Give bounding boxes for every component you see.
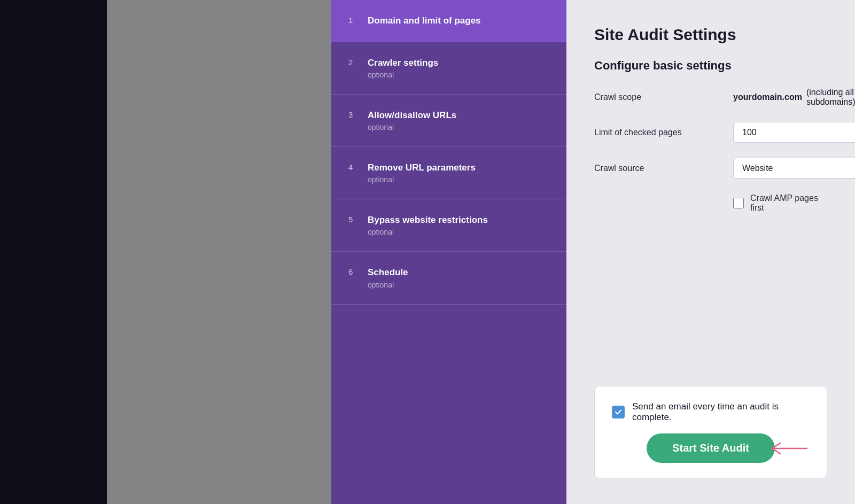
amp-checkbox-row: Crawl AMP pages first xyxy=(733,193,827,213)
crawl-scope-row: Crawl scope yourdomain.com (including al… xyxy=(594,88,827,107)
step-2-number: 2 xyxy=(348,57,358,67)
step-3-subtitle: optional xyxy=(368,123,456,131)
crawl-source-row: Crawl source Website Sitemap Both: Websi… xyxy=(594,158,827,179)
step-4-number: 4 xyxy=(348,162,358,172)
step-2-subtitle: optional xyxy=(368,71,438,79)
step-5-subtitle: optional xyxy=(368,228,488,236)
limit-label: Limit of checked pages xyxy=(594,128,733,137)
email-row: Send an email every time an audit is com… xyxy=(612,401,810,423)
step-2-content: Crawler settings optional xyxy=(368,57,438,79)
limit-row: Limit of checked pages 100 500 1000 5000… xyxy=(594,122,827,143)
step-3-number: 3 xyxy=(348,110,358,119)
crawl-scope-suffix: (including all subdomains) xyxy=(806,88,855,107)
email-text: Send an email every time an audit is com… xyxy=(632,401,810,423)
modal-title: Site Audit Settings xyxy=(594,26,827,44)
step-3[interactable]: 3 Allow/disallow URLs optional xyxy=(331,95,566,147)
step-2[interactable]: 2 Crawler settings optional xyxy=(331,42,566,95)
step-5-title: Bypass website restrictions xyxy=(368,214,488,226)
email-checkbox[interactable] xyxy=(612,406,625,418)
modal-overlay: 1 Domain and limit of pages 2 Crawler se… xyxy=(0,0,855,504)
section-title: Configure basic settings xyxy=(594,59,827,73)
modal-content: Site Audit Settings Configure basic sett… xyxy=(566,0,855,504)
crawl-scope-value: yourdomain.com (including all subdomains… xyxy=(733,88,855,107)
amp-checkbox-label: Crawl AMP pages first xyxy=(750,193,827,213)
start-button-row: Start Site Audit xyxy=(612,433,810,463)
step-6-title: Schedule xyxy=(368,267,408,278)
start-audit-button[interactable]: Start Site Audit xyxy=(647,433,775,463)
step-6[interactable]: 6 Schedule optional xyxy=(331,252,566,304)
modal: 1 Domain and limit of pages 2 Crawler se… xyxy=(331,0,855,504)
step-4-content: Remove URL parameters optional xyxy=(368,162,476,184)
step-5-number: 5 xyxy=(348,214,358,224)
step-4-title: Remove URL parameters xyxy=(368,162,476,174)
step-6-number: 6 xyxy=(348,267,358,276)
crawl-source-select[interactable]: Website Sitemap Both: Website and Sitema… xyxy=(733,158,855,179)
step-2-title: Crawler settings xyxy=(368,57,438,69)
step-1-title: Domain and limit of pages xyxy=(368,15,481,27)
step-6-subtitle: optional xyxy=(368,281,408,289)
step-5[interactable]: 5 Bypass website restrictions optional xyxy=(331,199,566,252)
step-5-content: Bypass website restrictions optional xyxy=(368,214,488,236)
amp-checkbox[interactable] xyxy=(733,198,744,208)
crawl-scope-domain: yourdomain.com xyxy=(733,92,802,102)
step-1-number: 1 xyxy=(348,15,358,25)
limit-select[interactable]: 100 500 1000 5000 10000 20000 50000 xyxy=(733,122,855,143)
step-6-content: Schedule optional xyxy=(368,267,408,289)
crawl-source-select-wrapper: Website Sitemap Both: Website and Sitema… xyxy=(733,158,855,179)
step-3-content: Allow/disallow URLs optional xyxy=(368,110,456,131)
crawl-scope-label: Crawl scope xyxy=(594,92,733,102)
step-1[interactable]: 1 Domain and limit of pages xyxy=(331,0,566,42)
arrow-indicator xyxy=(761,438,815,459)
step-4-subtitle: optional xyxy=(368,175,476,184)
crawl-source-label: Crawl source xyxy=(594,164,733,173)
steps-sidebar: 1 Domain and limit of pages 2 Crawler se… xyxy=(331,0,566,504)
limit-select-wrapper: 100 500 1000 5000 10000 20000 50000 ▼ xyxy=(733,122,855,143)
step-3-title: Allow/disallow URLs xyxy=(368,110,456,121)
step-4[interactable]: 4 Remove URL parameters optional xyxy=(331,147,566,199)
step-1-content: Domain and limit of pages xyxy=(368,15,481,27)
bottom-card: Send an email every time an audit is com… xyxy=(594,386,827,478)
